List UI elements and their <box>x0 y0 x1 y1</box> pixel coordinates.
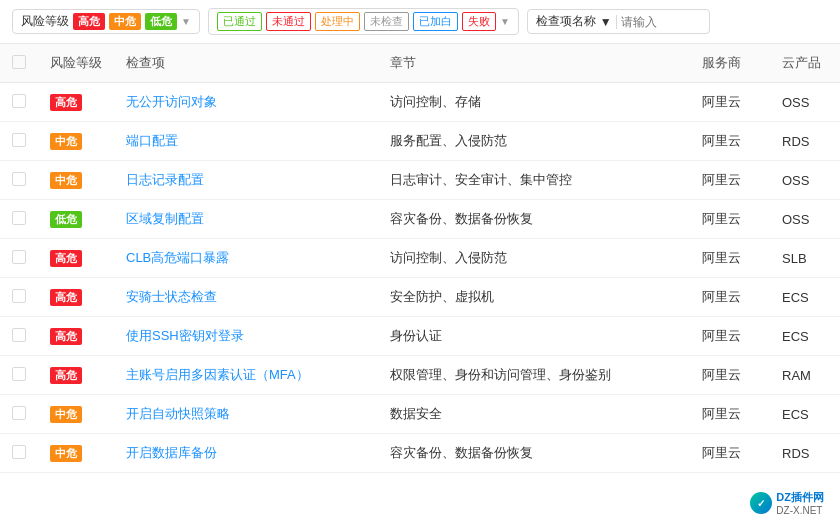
row-name-link[interactable]: 日志记录配置 <box>126 172 204 187</box>
row-checkbox-1[interactable] <box>12 133 26 147</box>
row-checkbox-3[interactable] <box>12 211 26 225</box>
row-provider-cell: 阿里云 <box>690 161 770 200</box>
row-chapter-cell: 服务配置、入侵防范 <box>378 122 690 161</box>
status-pass: 已通过 <box>217 12 262 31</box>
row-product-cell: SLB <box>770 239 840 278</box>
table-row: 高危 主账号启用多因素认证（MFA） 权限管理、身份和访问管理、身份鉴别 阿里云… <box>0 356 840 395</box>
row-chapter-cell: 访问控制、入侵防范 <box>378 239 690 278</box>
row-level-badge: 中危 <box>50 172 82 189</box>
row-provider-cell: 阿里云 <box>690 434 770 473</box>
table-row: 中危 开启数据库备份 容灾备份、数据备份恢复 阿里云 RDS <box>0 434 840 473</box>
row-level-cell: 中危 <box>38 395 114 434</box>
header-checkbox-col <box>0 44 38 83</box>
row-provider-cell: 阿里云 <box>690 200 770 239</box>
row-level-badge: 高危 <box>50 289 82 306</box>
row-checkbox-cell <box>0 356 38 395</box>
row-level-cell: 高危 <box>38 278 114 317</box>
row-name-cell: 安骑士状态检查 <box>114 278 378 317</box>
table-row: 低危 区域复制配置 容灾备份、数据备份恢复 阿里云 OSS <box>0 200 840 239</box>
row-product-cell: RAM <box>770 356 840 395</box>
status-whitelisted: 已加白 <box>413 12 458 31</box>
row-provider-cell: 阿里云 <box>690 83 770 122</box>
row-level-badge: 中危 <box>50 445 82 462</box>
row-product-cell: ECS <box>770 317 840 356</box>
row-name-link[interactable]: 开启自动快照策略 <box>126 406 230 421</box>
header-checkbox[interactable] <box>12 55 26 69</box>
row-level-badge: 中危 <box>50 133 82 150</box>
row-checkbox-cell <box>0 395 38 434</box>
row-chapter-cell: 容灾备份、数据备份恢复 <box>378 434 690 473</box>
row-checkbox-cell <box>0 200 38 239</box>
table-row: 中危 端口配置 服务配置、入侵防范 阿里云 RDS <box>0 122 840 161</box>
row-name-link[interactable]: 主账号启用多因素认证（MFA） <box>126 367 309 382</box>
row-level-cell: 中危 <box>38 434 114 473</box>
row-provider-cell: 阿里云 <box>690 395 770 434</box>
row-checkbox-0[interactable] <box>12 94 26 108</box>
row-provider-cell: 阿里云 <box>690 239 770 278</box>
header-provider: 服务商 <box>690 44 770 83</box>
row-level-badge: 低危 <box>50 211 82 228</box>
status-processing: 处理中 <box>315 12 360 31</box>
search-label-chevron: ▼ <box>600 15 612 29</box>
row-level-cell: 中危 <box>38 161 114 200</box>
risk-mid-tag: 中危 <box>109 13 141 30</box>
risk-filter[interactable]: 风险等级 高危 中危 低危 ▼ <box>12 9 200 34</box>
row-level-cell: 中危 <box>38 122 114 161</box>
header-level: 风险等级 <box>38 44 114 83</box>
row-level-badge: 高危 <box>50 367 82 384</box>
row-provider-cell: 阿里云 <box>690 317 770 356</box>
row-level-cell: 高危 <box>38 83 114 122</box>
row-product-cell: OSS <box>770 200 840 239</box>
row-provider-cell: 阿里云 <box>690 356 770 395</box>
search-group[interactable]: 检查项名称 ▼ <box>527 9 710 34</box>
row-name-link[interactable]: 使用SSH密钥对登录 <box>126 328 244 343</box>
row-name-cell: 端口配置 <box>114 122 378 161</box>
row-name-link[interactable]: 无公开访问对象 <box>126 94 217 109</box>
status-unchecked: 未检查 <box>364 12 409 31</box>
row-provider-cell: 阿里云 <box>690 122 770 161</box>
row-chapter-cell: 数据安全 <box>378 395 690 434</box>
search-input[interactable] <box>621 15 701 29</box>
row-checkbox-9[interactable] <box>12 445 26 459</box>
risk-low-tag: 低危 <box>145 13 177 30</box>
row-checkbox-cell <box>0 434 38 473</box>
table-row: 中危 日志记录配置 日志审计、安全审计、集中管控 阿里云 OSS <box>0 161 840 200</box>
row-name-link[interactable]: 安骑士状态检查 <box>126 289 217 304</box>
row-level-badge: 中危 <box>50 406 82 423</box>
row-checkbox-cell <box>0 83 38 122</box>
row-level-cell: 高危 <box>38 356 114 395</box>
row-checkbox-7[interactable] <box>12 367 26 381</box>
row-chapter-cell: 日志审计、安全审计、集中管控 <box>378 161 690 200</box>
row-checkbox-5[interactable] <box>12 289 26 303</box>
row-checkbox-8[interactable] <box>12 406 26 420</box>
row-product-cell: ECS <box>770 395 840 434</box>
row-level-cell: 高危 <box>38 317 114 356</box>
search-label: 检查项名称 <box>536 13 596 30</box>
row-level-badge: 高危 <box>50 94 82 111</box>
row-chapter-cell: 访问控制、存储 <box>378 83 690 122</box>
table-header-row: 风险等级 检查项 章节 服务商 云产品 <box>0 44 840 83</box>
table-row: 高危 CLB高危端口暴露 访问控制、入侵防范 阿里云 SLB <box>0 239 840 278</box>
row-checkbox-2[interactable] <box>12 172 26 186</box>
check-table-wrap: 风险等级 检查项 章节 服务商 云产品 高危 无公开访问对象 访问控制、存储 阿… <box>0 44 840 473</box>
row-name-link[interactable]: 开启数据库备份 <box>126 445 217 460</box>
search-divider <box>616 15 617 29</box>
row-chapter-cell: 权限管理、身份和访问管理、身份鉴别 <box>378 356 690 395</box>
row-checkbox-6[interactable] <box>12 328 26 342</box>
row-checkbox-4[interactable] <box>12 250 26 264</box>
row-checkbox-cell <box>0 278 38 317</box>
row-product-cell: RDS <box>770 434 840 473</box>
row-product-cell: ECS <box>770 278 840 317</box>
row-provider-cell: 阿里云 <box>690 278 770 317</box>
row-name-cell: 日志记录配置 <box>114 161 378 200</box>
row-name-link[interactable]: 端口配置 <box>126 133 178 148</box>
table-row: 高危 无公开访问对象 访问控制、存储 阿里云 OSS <box>0 83 840 122</box>
row-checkbox-cell <box>0 122 38 161</box>
risk-filter-chevron: ▼ <box>181 16 191 27</box>
row-level-badge: 高危 <box>50 328 82 345</box>
row-name-link[interactable]: CLB高危端口暴露 <box>126 250 229 265</box>
row-name-link[interactable]: 区域复制配置 <box>126 211 204 226</box>
status-filter[interactable]: 已通过 未通过 处理中 未检查 已加白 失败 ▼ <box>208 8 519 35</box>
row-level-badge: 高危 <box>50 250 82 267</box>
table-row: 中危 开启自动快照策略 数据安全 阿里云 ECS <box>0 395 840 434</box>
